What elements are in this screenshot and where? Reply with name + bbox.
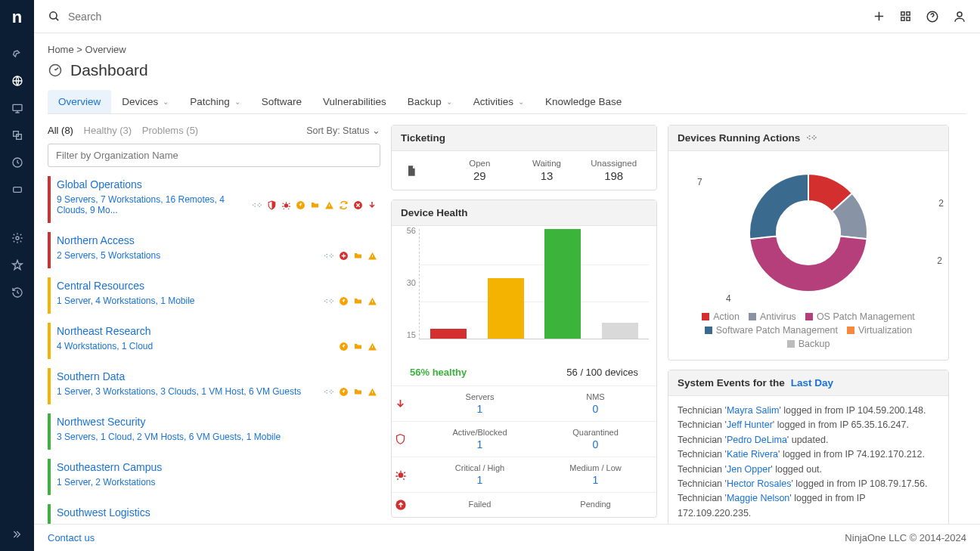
healthy-pct: 56% healthy	[410, 367, 467, 378]
legend-item[interactable]: Antivirus	[749, 311, 796, 322]
event-row: Technician 'Mayra Salim' logged in from …	[678, 404, 939, 418]
org-item: Southwest Logistics 4 Servers, 3 Clouds	[48, 504, 380, 524]
sort-by[interactable]: Sort By: Status ⌄	[306, 125, 380, 136]
down-red-icon	[367, 200, 377, 210]
org-name-link[interactable]: Northeast Research	[57, 325, 377, 337]
health-row: Critical / High1 Medium / Low1	[392, 457, 656, 492]
legend-item[interactable]: Virtualization	[847, 325, 912, 336]
nav-monitor-icon[interactable]	[11, 101, 24, 115]
footer: Contact us NinjaOne LLC © 2014-2024	[34, 524, 980, 551]
tab-patching[interactable]: Patching⌄	[179, 90, 251, 113]
event-row: Technician 'Jen Opper' logged out.	[678, 463, 939, 477]
org-summary[interactable]: 2 Servers, 5 Workstations	[57, 250, 160, 261]
org-summary[interactable]: 4 Workstations, 1 Cloud	[57, 341, 153, 351]
warn-yellow-icon	[367, 341, 377, 351]
update-yellow-icon	[295, 200, 305, 210]
event-user-link[interactable]: Jeff Hunter	[727, 419, 773, 430]
ticketing-header: Ticketing	[392, 125, 656, 151]
org-item: Northwest Security 3 Servers, 1 Cloud, 2…	[48, 413, 380, 450]
event-row: Technician 'Katie Rivera' logged in from…	[678, 447, 939, 462]
chevron-down-icon: ⌄	[518, 98, 524, 106]
org-name-link[interactable]: Southern Data	[57, 370, 377, 382]
expand-sidebar-icon[interactable]	[11, 528, 23, 540]
org-summary[interactable]: 1 Server, 4 Workstations, 1 Mobile	[57, 296, 195, 306]
bug-red-icon	[395, 469, 422, 481]
nav-globe-icon[interactable]	[11, 74, 24, 88]
sync-yellow-icon	[338, 200, 349, 210]
tab-vulnerabilities[interactable]: Vulnerabilities	[312, 90, 397, 113]
chevron-down-icon: ⌄	[372, 125, 380, 136]
filter-healthy[interactable]: Healthy (3)	[84, 125, 132, 136]
add-icon[interactable]	[873, 10, 885, 23]
tab-software[interactable]: Software	[251, 90, 312, 113]
tab-devices[interactable]: Devices⌄	[111, 90, 179, 113]
filter-all[interactable]: All (8)	[48, 125, 73, 136]
org-name-link[interactable]: Southeastern Campus	[57, 461, 377, 473]
events-range-link[interactable]: Last Day	[791, 377, 833, 388]
nav-star-icon[interactable]	[11, 258, 24, 272]
legend-item[interactable]: OS Patch Management	[805, 311, 915, 322]
tab-activities[interactable]: Activities⌄	[463, 90, 535, 113]
tab-overview[interactable]: Overview	[48, 90, 111, 113]
event-user-link[interactable]: Hector Rosales	[727, 478, 791, 489]
contact-link[interactable]: Contact us	[48, 532, 95, 543]
search-icon[interactable]	[48, 10, 60, 23]
nav-layers-icon[interactable]	[11, 128, 24, 142]
org-filter-input[interactable]	[48, 144, 380, 167]
apps-icon[interactable]	[899, 10, 912, 23]
help-icon[interactable]	[926, 10, 939, 23]
org-summary[interactable]: 1 Server, 2 Workstations	[57, 477, 156, 488]
org-name-link[interactable]: Central Resources	[57, 280, 377, 292]
nav-gear-icon[interactable]	[11, 231, 24, 245]
svg-rect-11	[907, 17, 910, 20]
up-red-icon	[395, 499, 422, 511]
device-health-card: Device Health 563015 56% healthy 56 / 10…	[391, 200, 657, 518]
device-count: 56 / 100 devices	[566, 367, 638, 378]
event-row: Technician 'Jeff Hunter' logged in from …	[678, 418, 939, 432]
health-bar-chart: 563015	[392, 226, 656, 362]
event-row: Technician 'Hector Rosales' logged in fr…	[678, 477, 939, 491]
folder-yellow-icon	[309, 200, 320, 210]
nav-ticket-icon[interactable]	[11, 183, 24, 197]
svg-point-6	[16, 237, 19, 240]
spinner-icon: ⁖⁘	[324, 250, 334, 261]
org-summary[interactable]: 1 Server, 3 Workstations, 3 Clouds, 1 VM…	[57, 386, 301, 397]
event-user-link[interactable]: Jen Opper	[727, 464, 771, 475]
spinner-icon: ⁖⁘	[324, 386, 334, 397]
org-name-link[interactable]: Southwest Logistics	[57, 506, 377, 518]
org-summary[interactable]: 9 Servers, 7 Workstations, 16 Remotes, 4…	[57, 194, 252, 215]
org-summary[interactable]: 3 Servers, 1 Cloud, 2 VM Hosts, 6 VM Gue…	[57, 432, 281, 442]
running-actions-header: Devices Running Actions ⁖⁘	[668, 125, 948, 151]
search-input[interactable]	[68, 11, 295, 23]
page-title: Dashboard	[48, 61, 966, 79]
document-icon	[401, 164, 446, 178]
user-icon[interactable]	[953, 10, 966, 23]
nav-clock-icon[interactable]	[11, 156, 24, 169]
nav-history-icon[interactable]	[11, 286, 24, 299]
health-row: Active/Blocked1 Quarantined0	[392, 421, 656, 457]
legend-item[interactable]: Action	[702, 311, 740, 322]
x-red-icon	[352, 200, 363, 210]
event-user-link[interactable]: Katie Rivera	[727, 449, 778, 460]
breadcrumb-home[interactable]: Home	[48, 44, 74, 55]
left-nav: n	[0, 0, 34, 551]
filter-problems[interactable]: Problems (5)	[142, 125, 198, 136]
ticket-stat: Unassigned198	[580, 159, 647, 182]
legend-item[interactable]: Software Patch Management	[705, 325, 838, 336]
org-name-link[interactable]: Northwest Security	[57, 416, 377, 428]
gauge-icon	[48, 63, 63, 78]
svg-rect-5	[13, 187, 21, 193]
event-row: Technician 'Maggie Nelson' logged in fro…	[678, 491, 939, 521]
event-user-link[interactable]: Pedro DeLima	[727, 435, 787, 445]
tab-knowledge-base[interactable]: Knowledge Base	[535, 90, 632, 113]
legend-item[interactable]: Backup	[787, 339, 830, 349]
org-name-link[interactable]: Global Operations	[57, 178, 377, 190]
folder-yellow-icon	[352, 386, 363, 397]
event-user-link[interactable]: Maggie Nelson	[727, 493, 789, 503]
tab-backup[interactable]: Backup⌄	[397, 90, 463, 113]
org-name-link[interactable]: Northern Access	[57, 234, 377, 246]
warn-yellow-icon	[367, 250, 377, 261]
org-item: Global Operations 9 Servers, 7 Workstati…	[48, 176, 380, 223]
event-user-link[interactable]: Mayra Salim	[727, 405, 779, 416]
nav-rocket-icon[interactable]	[11, 47, 24, 60]
